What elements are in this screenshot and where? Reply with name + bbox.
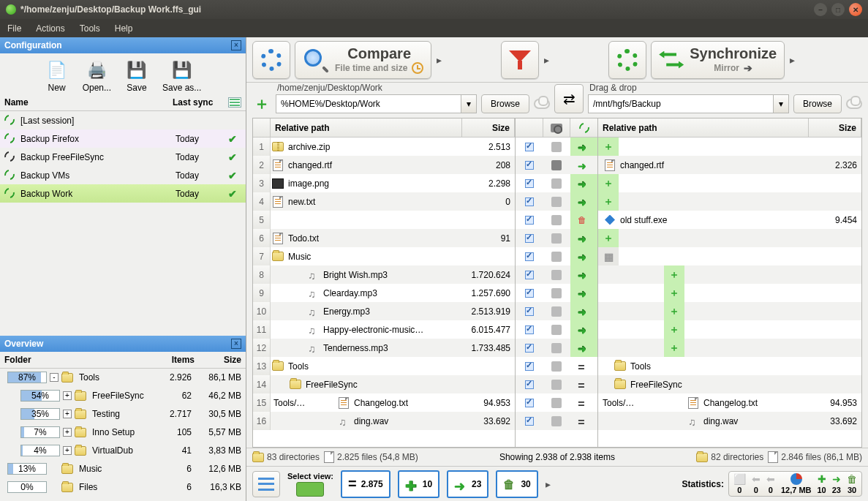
grid-row-mid[interactable] — [516, 375, 597, 393]
config-col-name[interactable]: Name — [4, 97, 173, 108]
grid-row[interactable]: ＋ — [598, 229, 861, 247]
action-icon[interactable] — [578, 380, 589, 390]
grid-row[interactable]: Tools — [598, 357, 861, 375]
action-icon[interactable] — [578, 178, 589, 189]
left-path-input[interactable] — [276, 94, 461, 113]
view-create-button[interactable]: 23 — [447, 470, 488, 498]
view-create-plus-button[interactable]: 10 — [398, 470, 439, 498]
menu-tools[interactable]: Tools — [72, 19, 107, 37]
action-icon[interactable] — [578, 306, 589, 317]
action-icon[interactable] — [578, 270, 589, 280]
saveas-button[interactable]: 💾 Save as... — [158, 58, 205, 94]
right-browse-button[interactable]: Browse — [793, 94, 842, 113]
action-icon[interactable] — [578, 288, 589, 298]
col-size[interactable]: Size — [809, 118, 861, 137]
view-more-icon[interactable]: ▸ — [546, 478, 551, 490]
menu-file[interactable]: File — [0, 19, 29, 37]
grid-row[interactable]: 16 ding.wav 33.692 — [253, 412, 515, 430]
checkbox[interactable] — [525, 289, 534, 298]
grid-row-mid[interactable] — [516, 265, 597, 284]
overview-row[interactable]: 87% - Tools 2.926 86,1 MB — [0, 369, 246, 387]
config-item[interactable]: Backup VMs Today ✔ — [0, 166, 246, 184]
grid-row[interactable]: 12 Tenderness.mp3 1.733.485 — [253, 339, 515, 357]
action-icon[interactable] — [578, 215, 589, 225]
minimize-button[interactable]: – — [814, 3, 827, 16]
grid-row[interactable]: 15Tools/… Changelog.txt 94.953 — [253, 393, 515, 412]
grid-row[interactable]: 2 changed.rtf 208 — [253, 156, 515, 174]
action-icon[interactable] — [578, 252, 589, 262]
grid-row-mid[interactable] — [516, 357, 597, 375]
grid-row[interactable]: ＋ — [598, 302, 861, 320]
grid-row-mid[interactable] — [516, 412, 597, 430]
grid-row[interactable]: ＋ — [598, 284, 861, 302]
grid-row-mid[interactable] — [516, 302, 597, 320]
legend-button[interactable] — [252, 471, 280, 497]
expand-icon[interactable]: + — [63, 428, 72, 437]
grid-row[interactable]: 7 Music — [253, 247, 515, 265]
checkbox[interactable] — [525, 344, 534, 353]
checkbox[interactable] — [525, 380, 534, 389]
grid-row[interactable]: ＋ — [598, 174, 861, 192]
overview-col-items[interactable]: Items — [162, 355, 199, 365]
grid-row[interactable]: 8 Bright Wish.mp3 1.720.624 — [253, 265, 515, 284]
action-icon[interactable] — [578, 343, 589, 353]
checkbox[interactable] — [525, 197, 534, 206]
checkbox[interactable] — [525, 399, 534, 407]
col-action[interactable] — [570, 118, 597, 137]
col-relpath[interactable]: Relative path — [598, 118, 809, 137]
grid-row-mid[interactable] — [516, 211, 597, 229]
synchronize-button[interactable]: Synchronize Mirror➔ — [651, 41, 785, 79]
grid-row-mid[interactable] — [516, 320, 597, 339]
overview-row[interactable]: 4% + VirtualDub 41 3,83 MB — [0, 442, 246, 460]
expand-icon[interactable]: + — [63, 410, 72, 418]
grid-row[interactable]: ＋ — [598, 192, 861, 211]
close-button[interactable]: ✕ — [849, 3, 862, 16]
grid-row-mid[interactable] — [516, 284, 597, 302]
expand-icon[interactable]: - — [50, 373, 59, 382]
grid-row[interactable]: old stuff.exe 9.454 — [598, 211, 861, 229]
cloud-icon[interactable] — [846, 99, 862, 109]
config-item[interactable]: [Last session] — [0, 111, 246, 129]
overview-row[interactable]: 54% + FreeFileSync 62 46,2 MB — [0, 387, 246, 405]
overview-row[interactable]: 13% Music 6 12,6 MB — [0, 460, 246, 478]
compare-settings-button[interactable] — [252, 41, 290, 79]
grid-row-mid[interactable] — [516, 339, 597, 357]
grid-row-mid[interactable] — [516, 138, 597, 156]
grid-row[interactable]: 4 new.txt 0 — [253, 192, 515, 211]
open-button[interactable]: 🖨️ Open... — [78, 58, 116, 94]
overview-row[interactable]: 35% + Testing 2.717 30,5 MB — [0, 405, 246, 423]
action-icon[interactable] — [578, 398, 589, 408]
filter-dropdown-icon[interactable]: ▸ — [543, 54, 549, 66]
grid-row[interactable]: 11 Happy-electronic-music… 6.015.477 — [253, 320, 515, 339]
grid-row[interactable]: FreeFileSync — [598, 375, 861, 393]
cloud-icon[interactable] — [534, 99, 550, 109]
grid-row[interactable]: ding.wav 33.692 — [598, 412, 861, 430]
compare-dropdown-icon[interactable]: ▸ — [436, 54, 442, 66]
sync-settings-button[interactable] — [608, 41, 646, 79]
expand-icon[interactable]: + — [63, 446, 72, 455]
config-col-lastsync[interactable]: Last sync — [173, 97, 228, 108]
sync-dropdown-icon[interactable]: ▸ — [789, 54, 795, 66]
grid-row-mid[interactable] — [516, 229, 597, 247]
grid-row-mid[interactable] — [516, 247, 597, 265]
col-category[interactable] — [543, 118, 570, 137]
configuration-close-icon[interactable]: × — [231, 40, 241, 50]
col-include[interactable] — [516, 118, 543, 137]
grid-row[interactable]: 1 archive.zip 2.513 — [253, 138, 515, 156]
config-col-toggle-icon[interactable] — [228, 97, 241, 108]
grid-row[interactable]: ▦ — [598, 247, 861, 265]
action-icon[interactable] — [578, 416, 589, 426]
grid-row[interactable]: ＋ — [598, 265, 861, 284]
grid-row[interactable]: Tools/… Changelog.txt 94.953 — [598, 393, 861, 412]
checkbox[interactable] — [525, 179, 534, 188]
checkbox[interactable] — [525, 252, 534, 261]
maximize-button[interactable]: □ — [831, 3, 845, 16]
action-icon[interactable] — [578, 197, 589, 207]
overview-col-folder[interactable]: Folder — [4, 355, 162, 365]
checkbox[interactable] — [525, 362, 534, 371]
swap-sides-button[interactable]: ⇄ — [554, 84, 584, 113]
grid-row[interactable]: 5 — [253, 211, 515, 229]
grid-row[interactable]: changed.rtf 2.326 — [598, 156, 861, 174]
overview-row[interactable]: 0% Files 6 16,3 KB — [0, 478, 246, 497]
compare-button[interactable]: Compare File time and size — [295, 41, 431, 79]
